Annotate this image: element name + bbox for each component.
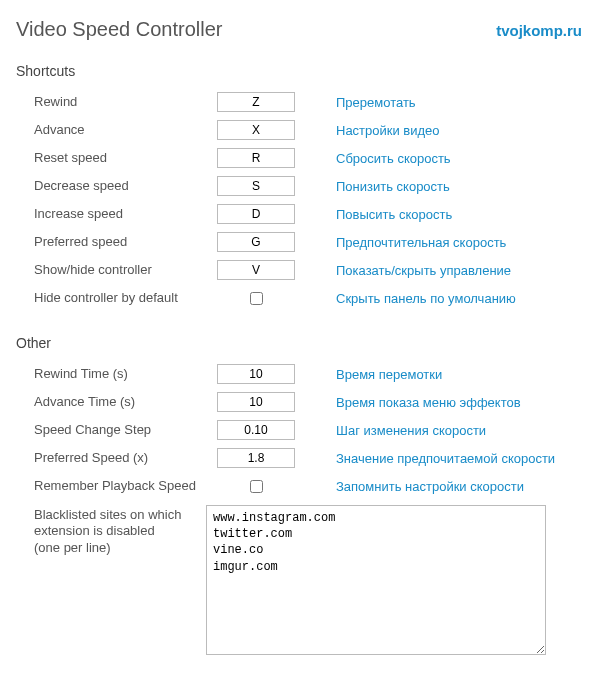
label-rewind-time: Rewind Time (s) [16,366,206,382]
label-hidedefault: Hide controller by default [16,290,206,306]
section-shortcuts: Shortcuts [16,63,582,79]
hint-decrease: Понизить скорость [306,179,582,194]
hint-preferred: Предпочтительная скорость [306,235,582,250]
hint-pref-speed: Значение предпочитаемой скорости [306,451,582,466]
hint-hidedefault: Скрыть панель по умолчанию [306,291,582,306]
input-rewind-key[interactable] [217,92,295,112]
hint-increase: Повысить скорость [306,207,582,222]
label-remember: Remember Playback Speed [16,478,206,494]
label-showhide: Show/hide controller [16,262,206,278]
input-reset-key[interactable] [217,148,295,168]
input-showhide-key[interactable] [217,260,295,280]
label-advance-time: Advance Time (s) [16,394,206,410]
hint-reset: Сбросить скорость [306,151,582,166]
input-pref-speed[interactable] [217,448,295,468]
checkbox-remember[interactable] [250,480,263,493]
label-increase: Increase speed [16,206,206,222]
label-preferred: Preferred speed [16,234,206,250]
input-advance-time[interactable] [217,392,295,412]
label-blacklist: Blacklisted sites on which extension is … [16,505,206,556]
input-rewind-time[interactable] [217,364,295,384]
hint-remember: Запомнить настройки скорости [306,479,582,494]
input-step[interactable] [217,420,295,440]
hint-advance-time: Время показа меню эффектов [306,395,582,410]
page-title: Video Speed Controller [16,18,222,41]
checkbox-hidedefault[interactable] [250,292,263,305]
input-increase-key[interactable] [217,204,295,224]
label-pref-speed: Preferred Speed (x) [16,450,206,466]
brand-link[interactable]: tvojkomp.ru [496,22,582,39]
input-advance-key[interactable] [217,120,295,140]
label-step: Speed Change Step [16,422,206,438]
hint-step: Шаг изменения скорости [306,423,582,438]
label-decrease: Decrease speed [16,178,206,194]
hint-showhide: Показать/скрыть управление [306,263,582,278]
label-advance: Advance [16,122,206,138]
input-preferred-key[interactable] [217,232,295,252]
hint-advance: Настройки видео [306,123,582,138]
label-reset: Reset speed [16,150,206,166]
hint-rewind: Преремотать [306,95,582,110]
textarea-blacklist[interactable] [206,505,546,655]
hint-rewind-time: Время перемотки [306,367,582,382]
label-rewind: Rewind [16,94,206,110]
input-decrease-key[interactable] [217,176,295,196]
section-other: Other [16,335,582,351]
